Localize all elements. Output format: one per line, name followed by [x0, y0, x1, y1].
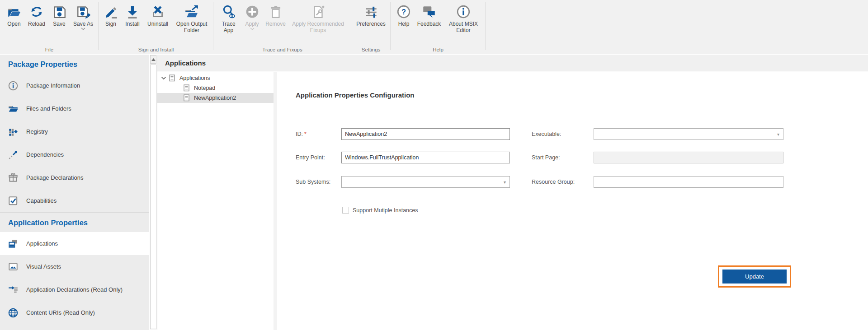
ribbon-group-trace-fixups: Trace App Apply Remove: [213, 0, 351, 54]
sidebar-heading-package-properties: Package Properties: [0, 55, 149, 74]
document-icon: [184, 84, 190, 92]
executable-combobox[interactable]: ▾: [594, 128, 783, 140]
id-label: ID:*: [296, 131, 307, 137]
ribbon-group-label-sign-install: Sign and Install: [99, 47, 213, 52]
help-question-icon: ?: [396, 3, 411, 21]
ribbon-group-trace-fixups-buttons: Trace App Apply Remove: [213, 0, 351, 33]
combo-dropdown-icon: ▾: [504, 180, 506, 185]
page-title: Applications: [165, 59, 206, 67]
trace-app-icon: [221, 3, 236, 21]
reload-icon: [29, 3, 44, 21]
about-msix-editor-button[interactable]: About MSIX Editor: [444, 1, 483, 33]
sidebar-item-package-declarations[interactable]: Package Declarations: [0, 166, 149, 189]
tree-item-applications-root[interactable]: Applications: [157, 73, 274, 83]
registry-grid-icon: [7, 127, 19, 137]
main-panel-header: Applications: [157, 55, 868, 71]
sidebar-scrollbar[interactable]: [150, 55, 157, 330]
ribbon-toolbar: Open Reload Save Save As: [0, 0, 868, 54]
open-output-folder-button[interactable]: Open Output Folder: [172, 1, 212, 33]
form-title: Application Properties Configuration: [296, 91, 415, 99]
tree-item-label: Applications: [179, 75, 210, 81]
applications-tree: Applications Notepad NewApplication2: [157, 72, 274, 330]
feedback-button[interactable]: Feedback: [414, 1, 444, 33]
tree-item-notepad[interactable]: Notepad: [157, 83, 274, 93]
tree-form-divider: [274, 72, 277, 330]
ribbon-group-label-file: File: [0, 47, 99, 52]
save-button[interactable]: Save: [48, 1, 71, 30]
update-button[interactable]: Update: [722, 270, 787, 284]
apply-plus-icon: [245, 3, 260, 21]
sidebar-item-application-declarations[interactable]: Application Declarations (Read Only): [0, 278, 149, 301]
tree-item-label: NewApplication2: [194, 95, 236, 101]
ribbon-group-label-help: Help: [391, 47, 486, 52]
reload-button[interactable]: Reload: [25, 1, 48, 30]
apply-recommended-fixups-button[interactable]: Apply Recommended Fixups: [288, 1, 349, 33]
scrollbar-up-arrow[interactable]: [150, 55, 156, 64]
ribbon-group-label-trace-fixups: Trace and Fixups: [213, 47, 351, 52]
start-page-input: [594, 152, 783, 163]
trace-app-button[interactable]: Trace App: [217, 1, 241, 33]
ribbon-group-sign-install: Sign Install Uninstall Open Output Folde…: [99, 0, 213, 54]
arrow-list-icon: [7, 285, 19, 295]
install-button[interactable]: Install: [121, 1, 144, 33]
globe-icon: [7, 308, 19, 318]
capabilities-checkbox-icon: [7, 196, 19, 206]
dependency-arrow-icon: [7, 150, 19, 160]
sub-systems-combobox[interactable]: ▾: [341, 176, 510, 188]
ribbon-group-file: Open Reload Save Save As: [0, 0, 99, 54]
sub-systems-label: Sub Systems:: [296, 179, 330, 185]
application-properties-form: Application Properties Configuration ID:…: [277, 72, 868, 330]
sidebar-item-capabilities[interactable]: Capabilities: [0, 189, 149, 212]
save-icon: [52, 3, 67, 21]
sidebar-item-content-uris[interactable]: Content URIs (Read Only): [0, 301, 149, 324]
ribbon-group-help-buttons: ? Help Feedback About MSIX Editor: [391, 0, 486, 33]
document-icon: [184, 94, 190, 102]
install-arrow-icon: [125, 3, 140, 21]
resource-group-input[interactable]: [594, 176, 783, 188]
app-windows-icon: [7, 239, 19, 249]
combo-dropdown-icon: ▾: [777, 132, 779, 137]
remove-button[interactable]: Remove: [264, 1, 288, 33]
entry-point-input[interactable]: [341, 152, 510, 163]
uninstall-button[interactable]: Uninstall: [144, 1, 172, 33]
help-button[interactable]: ? Help: [393, 1, 414, 33]
ribbon-group-help: ? Help Feedback About MSIX Editor Help: [391, 0, 486, 54]
id-input[interactable]: [341, 128, 510, 140]
ribbon-group-settings: Preferences Settings: [351, 0, 391, 54]
svg-text:?: ?: [401, 8, 406, 16]
sidebar-item-dependencies[interactable]: Dependencies: [0, 143, 149, 166]
sidebar-heading-application-properties: Application Properties: [0, 213, 149, 232]
navigation-sidebar: Package Properties Package Information F…: [0, 55, 149, 330]
preferences-button[interactable]: Preferences: [353, 1, 389, 27]
sidebar-item-files-and-folders[interactable]: Files and Folders: [0, 97, 149, 120]
support-multiple-instances-label: Support Mutiple Instances: [353, 207, 418, 214]
save-as-icon: [75, 3, 91, 21]
support-multiple-instances-row: Support Mutiple Instances: [342, 207, 418, 214]
sidebar-item-applications[interactable]: Applications: [0, 232, 149, 255]
apply-dropdown-chevron-icon: [250, 28, 255, 30]
scrollbar-thumb[interactable]: [150, 65, 156, 329]
open-output-folder-icon: [184, 3, 199, 21]
open-button[interactable]: Open: [3, 1, 25, 30]
apply-button[interactable]: Apply: [241, 1, 264, 33]
open-folder-icon: [6, 3, 22, 21]
support-multiple-instances-checkbox[interactable]: [342, 207, 349, 214]
apply-recommended-fixups-icon: [311, 3, 326, 21]
uninstall-icon: [150, 3, 165, 21]
tree-item-label: Notepad: [194, 85, 215, 91]
save-as-dropdown-chevron-icon[interactable]: [81, 28, 85, 30]
chevron-down-icon[interactable]: [161, 76, 169, 80]
remove-trash-icon: [268, 3, 283, 21]
ribbon-group-sign-install-buttons: Sign Install Uninstall Open Output Folde…: [99, 0, 213, 33]
package-box-icon: [7, 173, 19, 183]
tree-item-newapplication2[interactable]: NewApplication2: [157, 93, 274, 103]
document-icon: [169, 74, 176, 82]
sidebar-item-registry[interactable]: Registry: [0, 120, 149, 143]
save-as-button[interactable]: Save As: [71, 1, 96, 30]
sidebar-item-visual-assets[interactable]: Visual Assets: [0, 255, 149, 278]
ribbon-group-file-buttons: Open Reload Save Save As: [0, 0, 99, 30]
info-circle-icon: [7, 81, 19, 91]
sidebar-item-package-information[interactable]: Package Information: [0, 74, 149, 97]
sign-button[interactable]: Sign: [100, 1, 121, 33]
resource-group-label: Resource Group:: [532, 179, 575, 185]
